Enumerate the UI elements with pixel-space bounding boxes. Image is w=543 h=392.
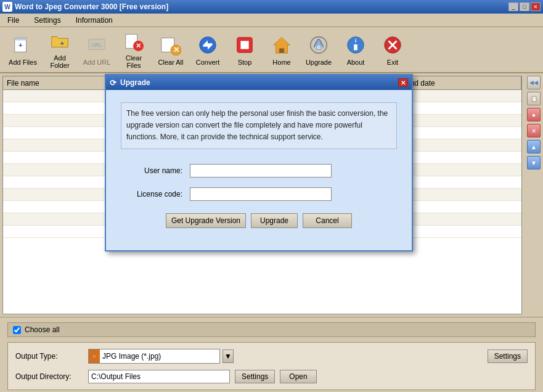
license-code-input[interactable]: [190, 187, 332, 201]
dialog-body: The free version can only help the perso…: [106, 90, 412, 250]
upgrade-dialog: ⟳ Upgrade ✕ The free version can only he…: [105, 74, 413, 251]
dialog-buttons: Get Upgrade Version Upgrade Cancel: [121, 213, 397, 238]
dialog-description: The free version can only help the perso…: [121, 102, 397, 149]
dialog-title-text: Upgrade: [120, 78, 150, 87]
license-code-label: License code:: [121, 190, 182, 198]
user-name-input[interactable]: [190, 164, 332, 178]
upgrade-confirm-button[interactable]: Upgrade: [251, 213, 298, 228]
dialog-title-bar: ⟳ Upgrade ✕: [106, 75, 412, 90]
dialog-overlay: ⟳ Upgrade ✕ The free version can only he…: [0, 0, 543, 392]
dialog-close-button[interactable]: ✕: [398, 78, 408, 87]
dialog-title-left: ⟳ Upgrade: [110, 78, 150, 88]
cancel-button[interactable]: Cancel: [303, 213, 352, 228]
user-name-field: User name:: [121, 164, 397, 178]
dialog-title-icon: ⟳: [110, 78, 116, 88]
license-code-field: License code:: [121, 187, 397, 201]
get-upgrade-version-button[interactable]: Get Upgrade Version: [166, 213, 246, 228]
user-name-label: User name:: [121, 166, 182, 175]
